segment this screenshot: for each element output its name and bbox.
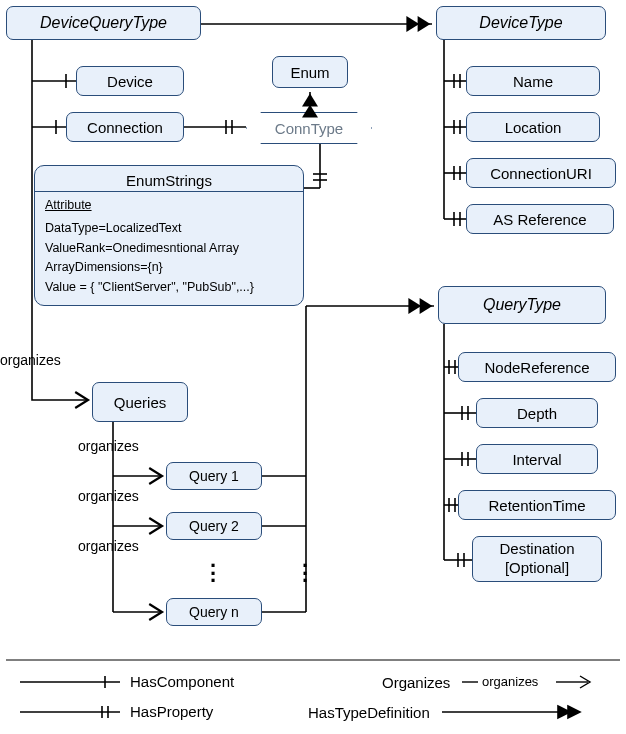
device-node: Device bbox=[76, 66, 184, 96]
enumstrings-attr-label: Attribute bbox=[45, 196, 293, 215]
enumstrings-title: EnumStrings bbox=[35, 166, 303, 191]
enumstrings-body: Attribute DataType=LocalizedText ValueRa… bbox=[35, 191, 303, 305]
enum-node: Enum bbox=[272, 56, 348, 88]
query-2: Query 2 bbox=[166, 512, 262, 540]
device-type: DeviceType bbox=[436, 6, 606, 40]
device-query-type: DeviceQueryType bbox=[6, 6, 201, 40]
organizes-label-2: organizes bbox=[78, 488, 139, 504]
noderef-prop: NodeReference bbox=[458, 352, 616, 382]
svg-text:organizes: organizes bbox=[482, 674, 539, 689]
organizes-label-main: organizes bbox=[0, 352, 61, 368]
ellipsis-connectors: ... bbox=[302, 556, 308, 579]
conntype-hex: ConnType bbox=[246, 112, 372, 144]
enumstrings-panel: EnumStrings Attribute DataType=Localized… bbox=[34, 165, 304, 306]
location-prop: Location bbox=[466, 112, 600, 142]
query-type: QueryType bbox=[438, 286, 606, 324]
legend-hascomponent: HasComponent bbox=[20, 673, 234, 690]
enumstrings-line1: DataType=LocalizedText bbox=[45, 219, 293, 238]
enumstrings-line2: ValueRank=Onedimesntional Array bbox=[45, 239, 293, 258]
legend-hasproperty: HasProperty bbox=[20, 703, 213, 720]
legend-hasproperty-label: HasProperty bbox=[130, 703, 213, 720]
name-prop: Name bbox=[466, 66, 600, 96]
legend-organizes-label: Organizes bbox=[382, 674, 450, 691]
depth-prop: Depth bbox=[476, 398, 598, 428]
conntype-label: ConnType bbox=[275, 120, 343, 137]
enumstrings-line3: ArrayDimensions={n} bbox=[45, 258, 293, 277]
queries-node: Queries bbox=[92, 382, 188, 422]
legend-hascomponent-label: HasComponent bbox=[130, 673, 234, 690]
legend-organizes: Organizes organizes bbox=[382, 673, 600, 691]
query-1: Query 1 bbox=[166, 462, 262, 490]
asreference-prop: AS Reference bbox=[466, 204, 614, 234]
interval-prop: Interval bbox=[476, 444, 598, 474]
connection-node: Connection bbox=[66, 112, 184, 142]
legend-hastypedef: HasTypeDefinition bbox=[308, 703, 590, 721]
organizes-label-1: organizes bbox=[78, 438, 139, 454]
query-n: Query n bbox=[166, 598, 262, 626]
connectionuri-prop: ConnectionURI bbox=[466, 158, 616, 188]
organizes-label-3: organizes bbox=[78, 538, 139, 554]
svg-marker-10 bbox=[568, 706, 580, 718]
enumstrings-line4: Value = { "ClientServer", "PubSub",...} bbox=[45, 278, 293, 297]
diagram-canvas: DeviceQueryType DeviceType QueryType Dev… bbox=[0, 0, 626, 734]
destination-prop: Destination [Optional] bbox=[472, 536, 602, 582]
retention-prop: RetentionTime bbox=[458, 490, 616, 520]
legend-hastypedef-label: HasTypeDefinition bbox=[308, 704, 430, 721]
ellipsis-queries: ... bbox=[210, 556, 216, 579]
